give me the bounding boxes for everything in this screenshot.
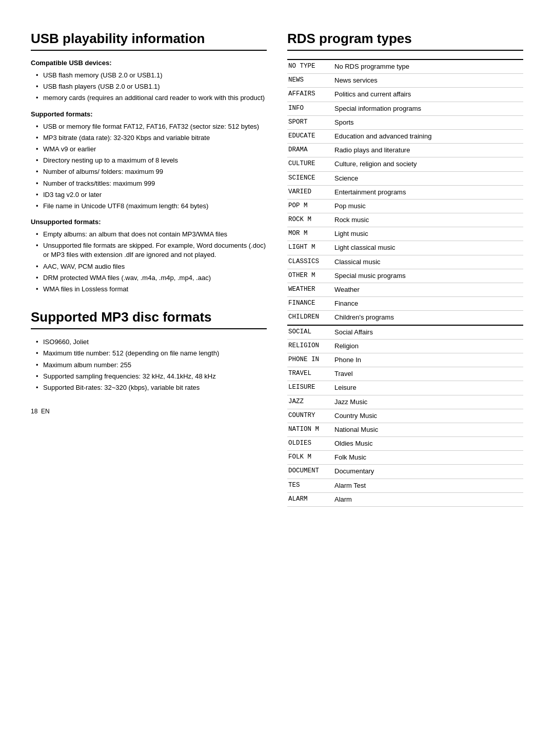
list-item: ID3 tag v2.0 or later <box>36 190 267 200</box>
list-item: Number of albums/ folders: maximum 99 <box>36 167 267 176</box>
table-row: VARIEDEntertainment programs <box>287 185 523 199</box>
rds-description: Politics and current affairs <box>333 88 523 102</box>
table-row: AFFAIRSPolitics and current affairs <box>287 88 523 102</box>
rds-description: Education and advanced training <box>333 129 523 143</box>
rds-description: Sports <box>333 115 523 129</box>
rds-description: Oldies Music <box>333 437 523 451</box>
rds-code: SOCIAL <box>287 325 333 340</box>
rds-table: NO TYPENo RDS programme typeNEWSNews ser… <box>287 59 523 507</box>
list-item: AAC, WAV, PCM audio files <box>36 262 267 271</box>
rds-code: JAZZ <box>287 395 333 409</box>
table-row: TRAVELTravel <box>287 367 523 381</box>
rds-code: CLASSICS <box>287 255 333 269</box>
unsupported-list: Empty albums: an album that does not con… <box>31 230 267 294</box>
table-row: POP MPop music <box>287 199 523 213</box>
list-item: WMA v9 or earlier <box>36 145 267 154</box>
list-item: MP3 bitrate (data rate): 32-320 Kbps and… <box>36 133 267 143</box>
table-row: TESAlarm Test <box>287 479 523 492</box>
rds-code: DOCUMENT <box>287 465 333 479</box>
rds-code: CHILDREN <box>287 311 333 325</box>
table-row: NEWSNews services <box>287 74 523 88</box>
table-row: CHILDRENChildren's programs <box>287 311 523 325</box>
list-item: WMA files in Lossless format <box>36 285 267 294</box>
table-row: OTHER MSpecial music programs <box>287 269 523 283</box>
rds-description: Rock music <box>333 213 523 227</box>
rds-code: LEISURE <box>287 381 333 395</box>
rds-code: POP M <box>287 199 333 213</box>
rds-description: Radio plays and literature <box>333 144 523 157</box>
rds-code: FINANCE <box>287 297 333 311</box>
rds-description: Alarm <box>333 492 523 506</box>
table-row: CLASSICSClassical music <box>287 255 523 269</box>
table-row: MOR MLight music <box>287 227 523 241</box>
rds-code: AFFAIRS <box>287 88 333 102</box>
list-item: USB flash players (USB 2.0 or USB1.1) <box>36 82 267 91</box>
rds-description: National Music <box>333 423 523 436</box>
table-row: NO TYPENo RDS programme type <box>287 59 523 74</box>
rds-code: TES <box>287 479 333 492</box>
list-item: Supported sampling frequencies: 32 kHz, … <box>36 372 267 381</box>
table-row: LEISURELeisure <box>287 381 523 395</box>
list-item: USB or memory file format FAT12, FAT16, … <box>36 122 267 131</box>
page-layout: USB playability information Compatible U… <box>31 31 523 507</box>
table-row: PHONE INPhone In <box>287 353 523 367</box>
table-row: OLDIESOldies Music <box>287 437 523 451</box>
rds-code: PHONE IN <box>287 353 333 367</box>
rds-code: MOR M <box>287 227 333 241</box>
table-row: RELIGIONReligion <box>287 339 523 353</box>
rds-code: OTHER M <box>287 269 333 283</box>
rds-description: Weather <box>333 283 523 297</box>
rds-title: RDS program types <box>287 31 523 51</box>
rds-description: Country Music <box>333 409 523 423</box>
list-item: Maximum album number: 255 <box>36 361 267 370</box>
table-row: SPORTSports <box>287 115 523 129</box>
rds-description: Folk Music <box>333 451 523 465</box>
list-item: Supported Bit-rates: 32~320 (kbps), vari… <box>36 383 267 392</box>
rds-description: Special information programs <box>333 102 523 115</box>
table-row: INFOSpecial information programs <box>287 102 523 115</box>
list-item: DRM protected WMA files (.wav, .m4a, .m4… <box>36 273 267 283</box>
list-item: Empty albums: an album that does not con… <box>36 230 267 239</box>
rds-code: ROCK M <box>287 213 333 227</box>
rds-code: LIGHT M <box>287 241 333 255</box>
rds-description: Social Affairs <box>333 325 523 340</box>
rds-description: News services <box>333 74 523 88</box>
table-row: NATION MNational Music <box>287 423 523 436</box>
list-item: USB flash memory (USB 2.0 or USB1.1) <box>36 71 267 80</box>
rds-description: Pop music <box>333 199 523 213</box>
rds-description: Light music <box>333 227 523 241</box>
supported-list: USB or memory file format FAT12, FAT16, … <box>31 122 267 211</box>
rds-description: Light classical music <box>333 241 523 255</box>
rds-description: Classical music <box>333 255 523 269</box>
rds-code: FOLK M <box>287 451 333 465</box>
rds-code: DRAMA <box>287 144 333 157</box>
usb-title: USB playability information <box>31 31 267 51</box>
rds-description: Finance <box>333 297 523 311</box>
rds-code: SPORT <box>287 115 333 129</box>
table-row: FOLK MFolk Music <box>287 451 523 465</box>
table-row: JAZZJazz Music <box>287 395 523 409</box>
rds-description: Children's programs <box>333 311 523 325</box>
table-row: SOCIALSocial Affairs <box>287 325 523 340</box>
rds-code: CULTURE <box>287 157 333 171</box>
compatible-label: Compatible USB devices: <box>31 59 267 67</box>
rds-code: EDUCATE <box>287 129 333 143</box>
table-row: DOCUMENTDocumentary <box>287 465 523 479</box>
rds-code: NO TYPE <box>287 59 333 74</box>
mp3-title: Supported MP3 disc formats <box>31 309 267 329</box>
list-item: ISO9660, Joliet <box>36 337 267 347</box>
table-row: FINANCEFinance <box>287 297 523 311</box>
rds-description: Jazz Music <box>333 395 523 409</box>
rds-description: Culture, religion and society <box>333 157 523 171</box>
page-number: 18 EN <box>31 408 267 415</box>
compatible-list: USB flash memory (USB 2.0 or USB1.1)USB … <box>31 71 267 103</box>
list-item: memory cards (requires an additional car… <box>36 93 267 103</box>
rds-description: No RDS programme type <box>333 59 523 74</box>
table-row: WEATHERWeather <box>287 283 523 297</box>
rds-code: ALARM <box>287 492 333 506</box>
right-column: RDS program types NO TYPENo RDS programm… <box>287 31 523 507</box>
left-column: USB playability information Compatible U… <box>31 31 267 507</box>
rds-code: WEATHER <box>287 283 333 297</box>
rds-code: NATION M <box>287 423 333 436</box>
rds-description: Science <box>333 171 523 185</box>
